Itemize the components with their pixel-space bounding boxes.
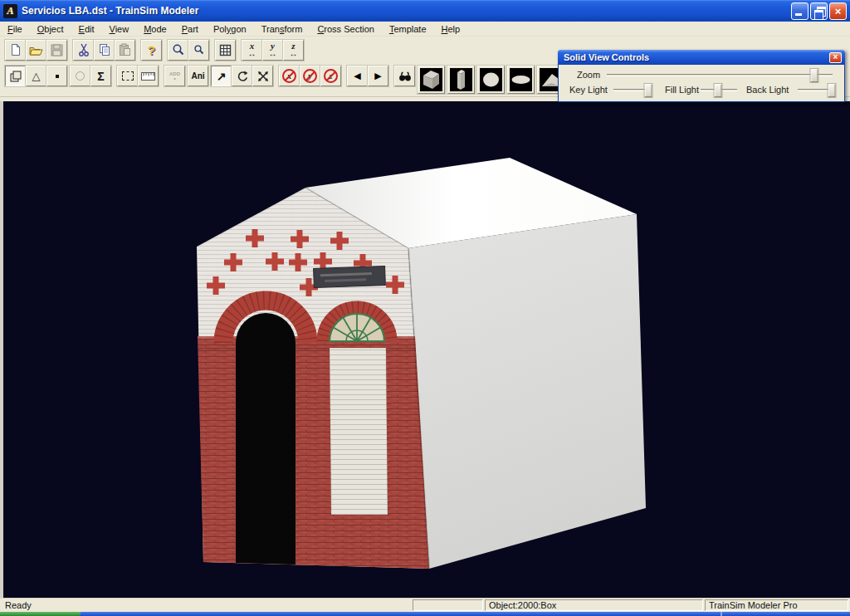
zoom-out-button[interactable] [188,40,209,61]
zoom-slider[interactable] [607,74,833,76]
restore-button[interactable] [810,2,828,20]
new-button[interactable] [5,40,26,61]
next-button[interactable]: ▶ [368,66,388,86]
paste-button[interactable] [115,40,135,61]
cut-scissors-icon [78,43,90,56]
y-letter: y [308,71,311,81]
door-opening [236,313,296,565]
menu-file[interactable]: File [0,22,30,36]
add-point-button[interactable]: ADD• [164,66,185,86]
x-letter: x [287,71,291,81]
menu-polygon[interactable]: Polygon [206,22,254,36]
copy-icon [98,43,111,56]
add-icon: ADD• [169,71,180,81]
menu-template[interactable]: Template [382,22,434,36]
menu-cross-section[interactable]: Cross Section [310,22,381,36]
view-solid-cube-button[interactable] [418,66,445,94]
magnifier-small-icon [193,44,205,56]
mirror-x-button[interactable]: x↔ [242,40,262,61]
ani-icon: Ani [191,71,204,81]
lock-y-button[interactable]: y [300,66,320,86]
key-light-slider-thumb[interactable] [645,84,652,97]
scale-arrows-icon [256,70,270,83]
magnifier-icon [172,43,185,56]
model-building [0,101,850,598]
panel-close-button[interactable]: × [829,52,842,63]
object-mode-button[interactable] [5,66,26,86]
grid-button[interactable] [215,40,236,61]
selection-rect-icon [122,71,134,81]
paste-clipboard-icon [119,43,131,56]
save-floppy-icon [51,44,63,56]
menu-mode[interactable]: Mode [136,22,174,36]
viewport-3d[interactable] [0,101,850,598]
lock-z-button[interactable]: z [320,66,341,86]
building-side-wall [408,214,646,569]
close-button[interactable]: × [829,2,847,20]
previous-button[interactable]: ◀ [347,66,368,86]
circle-mode-button[interactable] [70,66,90,86]
fill-light-slider-thumb[interactable] [714,84,721,97]
start-button-edge[interactable] [0,612,81,616]
mirror-y-button[interactable]: y↔ [262,40,283,61]
select-box-button[interactable] [117,66,138,86]
help-button[interactable]: ? [141,40,162,61]
menu-view[interactable]: View [102,22,137,36]
sigma-button[interactable]: Σ [90,66,111,86]
status-edition-panel: TrainSim Modeler Pro [705,599,848,611]
view-flat-sphere-button[interactable] [507,66,535,94]
status-object-panel: Object:2000:Box [485,599,703,611]
menu-help[interactable]: Help [434,22,468,36]
sphere-shape-icon [480,68,502,91]
zoom-slider-thumb[interactable] [811,69,818,82]
copy-button[interactable] [94,40,115,61]
minimize-button[interactable] [791,2,808,20]
circle-icon [76,71,85,81]
grid-icon [219,44,232,56]
back-light-slider[interactable] [798,89,833,91]
menu-object[interactable]: Object [30,22,71,36]
menu-transform[interactable]: Transform [254,22,310,36]
view-sphere-button[interactable] [477,66,505,94]
app-icon[interactable]: A [3,4,17,18]
move-tool-button[interactable]: ↗ [211,66,232,86]
lock-x-button[interactable]: x [279,66,300,86]
horizontal-arrow-icon: ↔ [269,50,277,57]
key-light-label: Key Light [569,85,608,95]
horizontal-arrow-icon: ↔ [248,50,256,57]
mirror-z-button[interactable]: z↔ [283,40,304,61]
key-light-slider[interactable] [613,89,651,91]
move-arrow-icon: ↗ [217,71,227,82]
status-message: Ready [5,600,32,610]
boarded-window [330,348,388,515]
right-triangle-icon: ▶ [374,71,381,81]
animation-button[interactable]: Ani [188,66,208,86]
z-letter: z [330,71,333,81]
boxes-icon [9,70,22,83]
horizontal-arrow-icon: ↔ [290,50,298,57]
open-folder-icon [29,44,43,56]
open-button[interactable] [26,40,46,61]
menu-edit[interactable]: Edit [71,22,102,36]
measure-button[interactable] [138,66,159,86]
rotate-tool-button[interactable] [232,66,252,86]
polygon-mode-button[interactable]: △ [26,66,46,86]
cut-button[interactable] [73,40,94,61]
rotate-icon [236,70,249,83]
flat-ellipse-shape-icon [510,68,532,91]
panel-titlebar[interactable]: Solid View Controls × [558,50,845,65]
view-prism-button[interactable] [447,66,475,94]
zoom-in-button[interactable] [168,40,188,61]
menu-part[interactable]: Part [174,22,206,36]
scale-tool-button[interactable] [252,66,273,86]
find-button[interactable] [394,66,415,86]
fill-light-slider[interactable] [701,89,737,91]
point-mode-button[interactable] [46,66,67,86]
back-light-slider-thumb[interactable] [828,84,836,97]
save-button[interactable] [46,40,67,61]
help-icon: ? [148,43,155,57]
menubar: File Object Edit View Mode Part Polygon … [0,22,850,37]
prism-shape-icon [450,68,472,91]
triangle-icon: △ [32,70,41,82]
taskbar-sliver [0,612,850,616]
